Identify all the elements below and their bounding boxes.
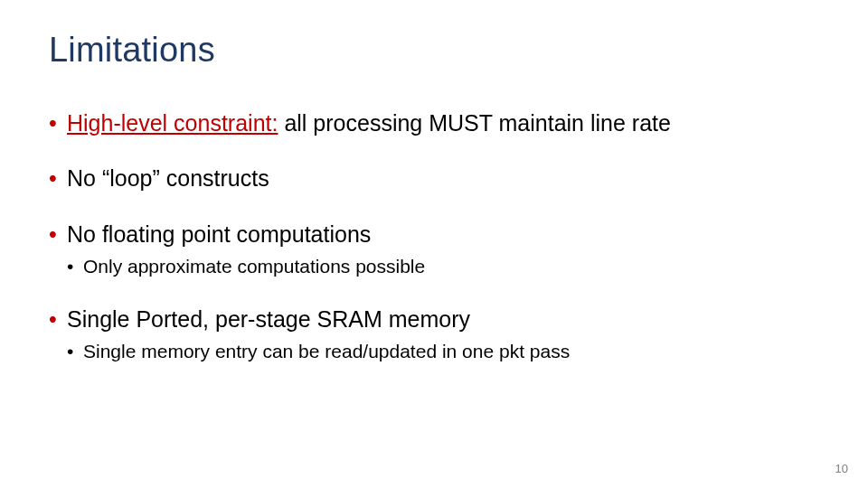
slide: Limitations High-level constraint: all p…: [0, 0, 868, 488]
bullet-item-4: Single Ported, per-stage SRAM memory Sin…: [49, 305, 819, 364]
sub-bullet-4-1: Single memory entry can be read/updated …: [67, 339, 819, 363]
bullet-item-2: No “loop” constructs: [49, 164, 819, 192]
bullet-2-text: No “loop” constructs: [67, 165, 269, 191]
bullet-3-text: No floating point computations: [67, 221, 371, 247]
page-number: 10: [835, 462, 848, 475]
bullet-list: High-level constraint: all processing MU…: [49, 109, 819, 364]
sub-bullet-3-1-text: Only approximate computations possible: [83, 256, 425, 277]
sub-list-3: Only approximate computations possible: [67, 254, 819, 278]
bullet-4-text: Single Ported, per-stage SRAM memory: [67, 306, 470, 332]
bullet-1-highlight: High-level constraint:: [67, 110, 278, 136]
bullet-item-3: No floating point computations Only appr…: [49, 221, 819, 279]
sub-list-4: Single memory entry can be read/updated …: [67, 339, 819, 363]
sub-bullet-3-1: Only approximate computations possible: [67, 254, 819, 278]
bullet-1-rest: all processing MUST maintain line rate: [278, 110, 670, 136]
bullet-item-1: High-level constraint: all processing MU…: [49, 109, 819, 137]
sub-bullet-4-1-text: Single memory entry can be read/updated …: [83, 341, 570, 361]
slide-title: Limitations: [49, 31, 819, 70]
